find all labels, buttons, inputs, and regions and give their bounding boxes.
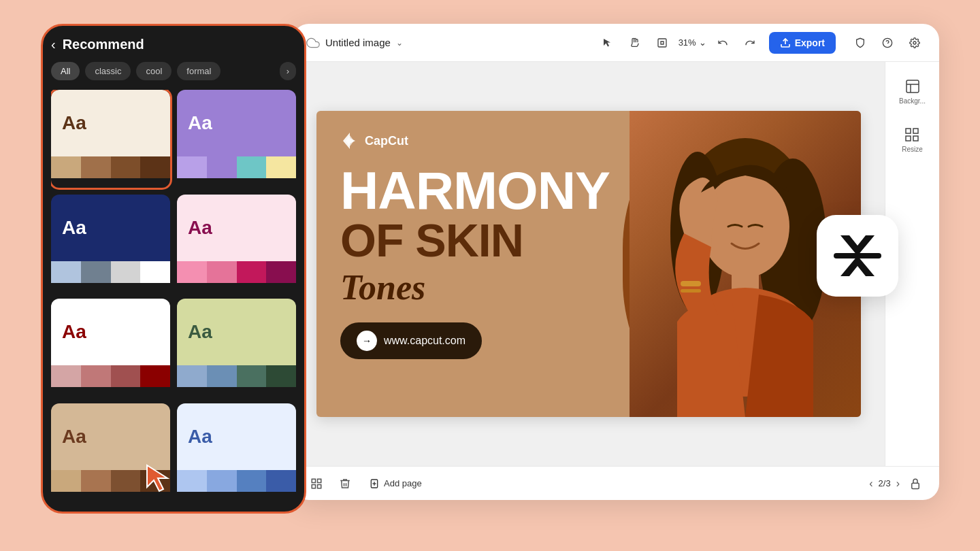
grid-icon (310, 478, 323, 490)
theme-aa-rose: Aa (51, 299, 170, 365)
cloud-icon (306, 36, 320, 50)
theme-card-purple[interactable]: Aa (177, 90, 296, 188)
svg-rect-22 (312, 484, 315, 488)
doc-title[interactable]: Untitled image (325, 37, 391, 48)
svg-rect-13 (834, 253, 881, 258)
theme-aa-purple: Aa (177, 90, 296, 156)
add-page-button[interactable]: Add page (363, 475, 427, 492)
filter-more-button[interactable]: › (280, 62, 296, 80)
help-button[interactable] (877, 32, 898, 54)
theme-palette-purple (177, 156, 296, 178)
redo-button[interactable] (739, 32, 761, 54)
theme-palette-lightblue (177, 470, 296, 492)
theme-palette-sage (177, 365, 296, 387)
theme-palette-tan (51, 470, 170, 492)
capcut-logo-icon (340, 131, 359, 150)
svg-rect-14 (906, 80, 919, 93)
zoom-level: 31% (679, 37, 696, 48)
doc-title-caret[interactable]: ⌄ (396, 38, 403, 48)
filter-formal[interactable]: formal (177, 62, 220, 80)
lock-icon (909, 478, 921, 490)
filter-cool[interactable]: cool (136, 62, 172, 80)
theme-card-pink[interactable]: Aa (177, 195, 296, 293)
svg-rect-18 (906, 136, 911, 141)
capcut-floating-logo (817, 215, 898, 297)
settings-button[interactable] (904, 32, 926, 54)
editor-main: CapCut HARMONY OF SKIN Tones → www.capcu… (293, 62, 939, 466)
svg-rect-16 (913, 129, 918, 133)
theme-palette-navy (51, 261, 170, 283)
bottom-grid-button[interactable] (306, 473, 327, 494)
editor-canvas-area[interactable]: CapCut HARMONY OF SKIN Tones → www.capcu… (293, 62, 885, 466)
background-icon (904, 78, 921, 95)
svg-point-4 (913, 41, 916, 44)
editor-bottom-toolbar: Add page ‹ 2/3 › (293, 466, 939, 500)
svg-rect-20 (318, 479, 321, 482)
select-tool-button[interactable] (597, 32, 619, 54)
design-canvas[interactable]: CapCut HARMONY OF SKIN Tones → www.capcu… (316, 111, 861, 417)
filter-tabs: All classic cool formal › (51, 62, 296, 80)
filter-classic[interactable]: classic (85, 62, 131, 80)
theme-palette-pink (177, 261, 296, 283)
undo-button[interactable] (712, 32, 734, 54)
theme-aa-pink: Aa (177, 195, 296, 261)
trash-icon (339, 478, 351, 490)
theme-aa-warm: Aa (51, 90, 170, 156)
capcut-logo-text: CapCut (365, 134, 408, 148)
theme-card-sage[interactable]: Aa (177, 299, 296, 397)
headline-tones: Tones (340, 267, 837, 307)
zoom-caret: ⌄ (699, 37, 706, 48)
themes-grid: Aa Aa (51, 90, 296, 501)
bottom-right-tools: ‹ 2/3 › (869, 473, 926, 494)
prev-page-button[interactable]: ‹ (869, 478, 872, 490)
url-text: www.capcut.com (384, 335, 466, 347)
settings-icon (909, 37, 920, 48)
resize-icon (904, 127, 920, 143)
next-page-button[interactable]: › (896, 478, 900, 490)
url-arrow-circle: → (357, 331, 377, 351)
theme-palette-rose (51, 365, 170, 387)
sidebar-background-tool[interactable]: Backgr... (896, 73, 928, 110)
filter-all[interactable]: All (51, 62, 80, 80)
theme-card-warm[interactable]: Aa (51, 90, 170, 188)
bottom-lock-button[interactable] (905, 473, 926, 494)
theme-card-navy[interactable]: Aa (51, 195, 170, 293)
hand-tool-button[interactable] (624, 32, 646, 54)
svg-rect-0 (658, 39, 666, 47)
help-icon (882, 37, 893, 48)
phone-header: ‹ Recommend (51, 37, 296, 52)
capcut-x-svg (830, 229, 885, 283)
sidebar-resize-tool[interactable]: Resize (899, 121, 926, 158)
export-button[interactable]: Export (769, 32, 836, 54)
svg-rect-17 (913, 136, 918, 141)
theme-card-lightblue[interactable]: Aa (177, 403, 296, 501)
theme-aa-lightblue: Aa (177, 403, 296, 470)
export-icon (780, 37, 791, 48)
theme-palette-warm (51, 156, 170, 178)
undo-icon (717, 37, 728, 48)
zoom-control[interactable]: 31% ⌄ (679, 37, 706, 48)
editor-panel: Untitled image ⌄ (293, 24, 939, 500)
frame-icon (657, 37, 668, 48)
theme-aa-tan: Aa (51, 403, 170, 470)
svg-rect-21 (318, 484, 321, 488)
shield-button[interactable] (849, 32, 871, 54)
back-button[interactable]: ‹ (51, 37, 56, 52)
bottom-left-tools: Add page (306, 473, 427, 494)
bottom-trash-button[interactable] (335, 473, 355, 494)
editor-toolbar: Untitled image ⌄ (293, 24, 939, 62)
shield-icon (855, 37, 866, 48)
toolbar-title-area: Untitled image ⌄ (306, 36, 403, 50)
frame-tool-button[interactable] (651, 32, 673, 54)
url-button: → www.capcut.com (340, 322, 482, 359)
canvas-content: CapCut HARMONY OF SKIN Tones → www.capcu… (316, 111, 861, 417)
svg-rect-19 (312, 479, 315, 482)
toolbar-right-icons (849, 32, 926, 54)
headline-harmony: HARMONY (340, 164, 837, 217)
page-indicator: 2/3 (879, 478, 891, 488)
theme-card-tan[interactable]: Aa (51, 403, 170, 501)
background-tool-label: Backgr... (899, 97, 926, 105)
theme-card-rose[interactable]: Aa (51, 299, 170, 397)
page-nav: ‹ 2/3 › (869, 478, 900, 490)
headline-ofskin: OF SKIN (340, 217, 837, 263)
